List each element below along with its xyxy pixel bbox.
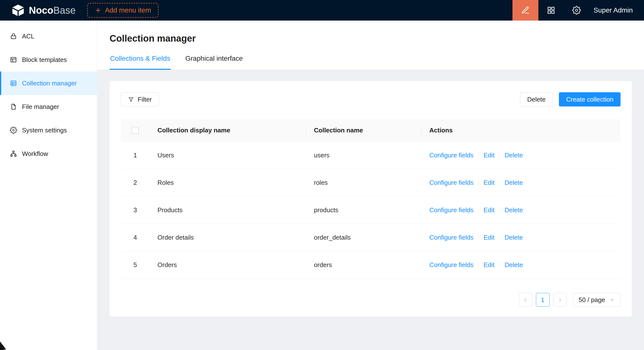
- table-header: Collection display name Collection name …: [121, 119, 620, 142]
- cell-actions: Configure fieldsEditDelete: [422, 224, 620, 251]
- logo-text: NocoBase: [29, 5, 76, 16]
- pagination-prev-button[interactable]: [519, 293, 532, 307]
- delete-link[interactable]: Delete: [504, 261, 523, 269]
- top-navbar: NocoBase Add menu item Super Admin: [0, 0, 644, 21]
- filter-label: Filter: [138, 96, 152, 103]
- nocobase-logo[interactable]: NocoBase: [0, 4, 76, 17]
- chevron-right-icon: [557, 297, 563, 303]
- sidebar-item-label: Block templates: [22, 56, 67, 64]
- logo-cube-icon: [11, 4, 25, 17]
- sidebar-item-file-manager[interactable]: File manager: [0, 95, 97, 119]
- divider: [499, 207, 500, 213]
- edit-link[interactable]: Edit: [484, 206, 494, 214]
- divider: [499, 180, 500, 186]
- pagination-next-button[interactable]: [553, 293, 567, 307]
- cell-actions: Configure fieldsEditDelete: [422, 169, 620, 196]
- table-row: 4 Order details order_details Configure …: [121, 224, 620, 251]
- divider: [478, 180, 479, 186]
- tab-collections-fields[interactable]: Collections & Fields: [110, 53, 171, 70]
- gear-icon: [572, 6, 581, 15]
- user-menu[interactable]: Super Admin: [589, 6, 644, 14]
- navbar-right-group: Super Admin: [512, 0, 644, 21]
- column-header-actions: Actions: [422, 119, 620, 141]
- toolbar: Filter Delete Create collection: [121, 92, 620, 107]
- edit-link[interactable]: Edit: [484, 179, 494, 186]
- plugins-button[interactable]: [538, 0, 564, 21]
- tab-graphical-interface[interactable]: Graphical interface: [185, 53, 243, 70]
- highlighter-pen-icon: [521, 6, 530, 15]
- table-body: 1 Users users Configure fieldsEditDelete…: [121, 142, 620, 279]
- cell-collection-name: products: [306, 197, 422, 224]
- pagination-page-1[interactable]: 1: [536, 293, 550, 307]
- row-index: 3: [121, 197, 150, 224]
- sidebar-item-label: System settings: [22, 127, 67, 134]
- cell-display-name: Products: [150, 197, 306, 224]
- lock-icon: [10, 33, 17, 40]
- delete-link[interactable]: Delete: [504, 179, 523, 186]
- sidebar-item-label: File manager: [22, 103, 59, 111]
- sidebar: ACL Block templates Collection manager F…: [0, 21, 97, 350]
- sidebar-item-block-templates[interactable]: Block templates: [0, 48, 97, 72]
- delete-link[interactable]: Delete: [504, 206, 523, 214]
- sidebar-item-system-settings[interactable]: System settings: [0, 119, 97, 142]
- edit-link[interactable]: Edit: [484, 152, 494, 159]
- page-size-select[interactable]: 50 / page: [573, 293, 620, 307]
- file-icon: [10, 103, 17, 110]
- workflow-icon: [10, 150, 17, 157]
- sidebar-item-acl[interactable]: ACL: [0, 25, 97, 48]
- page-title: Collection manager: [110, 33, 632, 44]
- table-icon: [10, 80, 17, 87]
- collections-card: Filter Delete Create collection Collecti…: [110, 81, 632, 316]
- configure-fields-link[interactable]: Configure fields: [429, 179, 474, 186]
- configure-fields-link[interactable]: Configure fields: [429, 261, 474, 269]
- table-row: 3 Products products Configure fieldsEdit…: [121, 197, 620, 224]
- cell-display-name: Orders: [150, 251, 306, 278]
- add-menu-item-button[interactable]: Add menu item: [87, 3, 158, 18]
- chevron-left-icon: [523, 297, 528, 303]
- filter-funnel-icon: [128, 96, 134, 103]
- delete-label: Delete: [527, 96, 546, 103]
- row-index: 1: [121, 142, 150, 169]
- column-header-display-name: Collection display name: [150, 119, 306, 141]
- delete-link[interactable]: Delete: [504, 234, 523, 241]
- configure-fields-link[interactable]: Configure fields: [429, 152, 474, 159]
- delete-link[interactable]: Delete: [504, 152, 523, 159]
- configure-fields-link[interactable]: Configure fields: [429, 234, 474, 241]
- divider: [499, 152, 500, 159]
- gear-icon: [10, 127, 17, 134]
- select-all-checkbox[interactable]: [132, 127, 139, 134]
- configure-fields-link[interactable]: Configure fields: [429, 206, 474, 214]
- cell-display-name: Order details: [150, 224, 306, 251]
- divider: [478, 207, 479, 213]
- cell-actions: Configure fieldsEditDelete: [422, 142, 620, 169]
- edit-link[interactable]: Edit: [484, 261, 494, 269]
- settings-button[interactable]: [564, 0, 589, 21]
- delete-button[interactable]: Delete: [520, 92, 552, 107]
- cell-display-name: Users: [150, 142, 306, 169]
- column-header-name: Collection name: [306, 119, 422, 141]
- filter-button[interactable]: Filter: [121, 92, 159, 107]
- tab-bar: Collections & Fields Graphical interface: [97, 53, 644, 70]
- add-menu-item-label: Add menu item: [105, 6, 151, 14]
- cell-actions: Configure fieldsEditDelete: [422, 197, 620, 224]
- create-collection-button[interactable]: Create collection: [559, 92, 620, 107]
- sidebar-item-collection-manager[interactable]: Collection manager: [0, 72, 97, 95]
- header-checkbox-cell: [121, 119, 150, 141]
- layout-icon: [10, 56, 17, 63]
- plus-icon: [94, 7, 102, 14]
- page-header: Collection manager Collections & Fields …: [97, 21, 644, 70]
- sidebar-item-label: Collection manager: [22, 80, 77, 87]
- ui-editor-button[interactable]: [512, 0, 538, 21]
- grid-apps-icon: [547, 6, 556, 15]
- divider: [478, 152, 479, 159]
- row-index: 5: [121, 251, 150, 278]
- sidebar-item-workflow[interactable]: Workflow: [0, 142, 97, 165]
- row-index: 4: [121, 224, 150, 251]
- table-row: 1 Users users Configure fieldsEditDelete: [121, 142, 620, 169]
- sidebar-item-label: Workflow: [22, 150, 48, 158]
- edit-link[interactable]: Edit: [484, 234, 494, 241]
- row-index: 2: [121, 169, 150, 196]
- logo-text-bold: Noco: [29, 5, 53, 16]
- create-collection-label: Create collection: [566, 96, 614, 103]
- toolbar-right-group: Delete Create collection: [520, 92, 620, 107]
